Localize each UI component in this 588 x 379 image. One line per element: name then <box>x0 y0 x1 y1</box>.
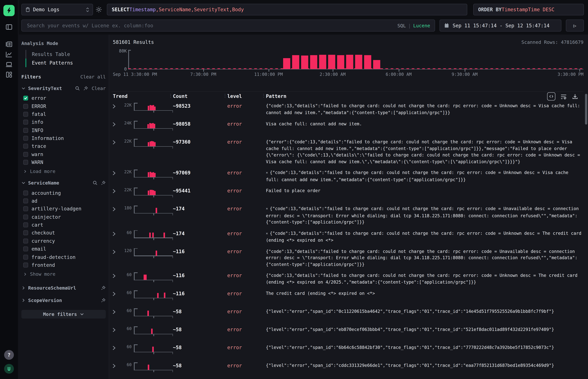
wrap-text-icon[interactable] <box>560 93 567 100</box>
search-icon[interactable] <box>75 86 80 91</box>
filter-option-email[interactable]: email <box>21 245 106 253</box>
row-expander-icon[interactable] <box>111 139 121 165</box>
filter-option-error[interactable]: error <box>21 94 106 102</box>
row-expander-icon[interactable] <box>111 170 121 183</box>
load-more-link[interactable]: Load more <box>21 167 106 174</box>
checkbox[interactable] <box>23 238 28 243</box>
pattern-row[interactable]: 120~116error{"code":13,"details":"failed… <box>111 246 584 270</box>
checkbox[interactable] <box>23 247 28 251</box>
checkbox[interactable] <box>23 160 28 165</box>
filter-option-information[interactable]: Information <box>21 134 106 142</box>
row-expander-icon[interactable] <box>111 103 121 116</box>
results-histogram[interactable]: 80K 0 <box>113 50 584 69</box>
search-input[interactable] <box>26 22 394 29</box>
checkbox[interactable] <box>23 215 28 219</box>
row-expander-icon[interactable] <box>111 362 121 376</box>
filter-option-fraud-detection[interactable]: fraud-detection <box>21 253 106 261</box>
search-logs-icon[interactable] <box>5 40 13 48</box>
resource-schema-group-header[interactable]: ResourceSchemaUrl <box>21 285 106 291</box>
filter-option-checkout[interactable]: checkout <box>21 229 106 237</box>
filter-option-cainjector[interactable]: cainjector <box>21 213 106 221</box>
pattern-row[interactable]: 22K~98523error{"code":13,"details":"fail… <box>111 100 584 118</box>
row-expander-icon[interactable] <box>111 272 121 286</box>
filter-option-info[interactable]: info <box>21 118 106 126</box>
pattern-row[interactable]: 60~174error✕{"code":13,"details":"failed… <box>111 228 584 246</box>
filter-option-warn[interactable]: WARN <box>21 158 106 166</box>
pattern-row[interactable]: 180~174error✕{"code":13,"details":"faile… <box>111 203 584 228</box>
pin-icon[interactable] <box>83 86 88 91</box>
scope-version-group-header[interactable]: ScopeVersion <box>21 298 106 303</box>
row-expander-icon[interactable] <box>111 290 121 304</box>
sidebar-toggle-icon[interactable] <box>5 23 13 31</box>
checkbox[interactable] <box>23 222 28 227</box>
pattern-row[interactable]: 60~116error{"code":13,"details":"failed … <box>111 270 584 288</box>
checkbox[interactable] <box>23 152 28 157</box>
pattern-row[interactable]: 60~58error{"level":"error","span_id":"6b… <box>111 342 584 360</box>
code-icon[interactable] <box>547 92 555 100</box>
severity-group-header[interactable]: SeverityText Clear <box>21 85 106 91</box>
clear-all-link[interactable]: Clear all <box>80 74 106 80</box>
col-level[interactable]: ⋮level <box>227 93 266 99</box>
row-expander-icon[interactable] <box>111 205 121 226</box>
filter-option-warn[interactable]: warn <box>21 150 106 158</box>
checkbox[interactable] <box>23 144 28 149</box>
sessions-icon[interactable] <box>5 61 13 68</box>
filter-option-trace[interactable]: trace <box>21 142 106 150</box>
chart-icon[interactable] <box>5 51 13 58</box>
show-more-link[interactable]: Show more <box>21 270 106 277</box>
row-expander-icon[interactable] <box>111 230 121 244</box>
more-filters-button[interactable]: More filters <box>21 310 106 318</box>
pattern-row[interactable]: 24K~98058errorVisa cache full: cannot ad… <box>111 118 584 136</box>
checkbox[interactable] <box>23 206 28 211</box>
row-expander-icon[interactable] <box>111 248 121 268</box>
severity-clear-link[interactable]: Clear <box>92 85 106 91</box>
pattern-row[interactable]: 22K~97360error{"error":{"code":13,"detai… <box>111 137 584 167</box>
search-icon[interactable] <box>93 181 97 185</box>
orderby-query-input[interactable]: ORDER BY TimestampTime DESC <box>473 4 584 16</box>
col-pattern[interactable]: ⋮Pattern <box>266 93 584 99</box>
filter-option-fatal[interactable]: fatal <box>21 110 106 118</box>
row-expander-icon[interactable] <box>111 344 121 358</box>
filter-option-currency[interactable]: currency <box>21 237 106 245</box>
pattern-row[interactable]: 22K~95441errorFailed to place order <box>111 185 584 203</box>
service-group-header[interactable]: ServiceName <box>21 180 106 186</box>
pattern-row[interactable]: 60~58error{"level":"error","span_id":"cd… <box>111 360 584 378</box>
checkbox[interactable] <box>23 136 28 141</box>
lucene-toggle[interactable]: Lucene <box>413 23 430 28</box>
checkbox[interactable] <box>23 198 28 203</box>
checkbox[interactable] <box>23 231 28 235</box>
pattern-row[interactable]: 60~58error{"level":"error","span_id":"eb… <box>111 324 584 342</box>
pattern-row[interactable]: 22K~97069error✕{"code":13,"details":"fai… <box>111 167 584 185</box>
filter-option-info[interactable]: INFO <box>21 126 106 134</box>
checkbox-checked[interactable] <box>23 96 28 100</box>
checkbox[interactable] <box>23 128 28 133</box>
checkbox[interactable] <box>23 112 28 117</box>
checkbox[interactable] <box>23 263 28 267</box>
user-avatar[interactable]: U <box>4 364 14 374</box>
mode-event-patterns[interactable]: Event Patterns <box>26 59 106 67</box>
pattern-row[interactable]: 60~58error{"level":"error","span_id":"0c… <box>111 306 584 324</box>
filter-option-artillery-loadgen[interactable]: artillery-loadgen <box>21 205 106 213</box>
pattern-row[interactable]: 60~58error{"level":"error","span_id":"33… <box>111 378 584 379</box>
date-range-picker[interactable]: Sep 11 15:47:14 - Sep 12 15:47:14 <box>439 20 561 32</box>
pin-icon[interactable] <box>101 298 106 303</box>
filter-option-ad[interactable]: ad <box>21 197 106 205</box>
filter-option-error[interactable]: ERROR <box>21 102 106 110</box>
filter-option-accounting[interactable]: accounting <box>21 189 106 197</box>
filter-option-frontend[interactable]: frontend <box>21 261 106 269</box>
pattern-row[interactable]: 60~116errorThe credit card (ending <*> e… <box>111 288 584 306</box>
vertical-scrollbar[interactable] <box>585 94 587 125</box>
dashboards-icon[interactable] <box>5 71 13 78</box>
checkbox[interactable] <box>23 190 28 195</box>
source-select[interactable]: Demo Logs <box>21 4 93 16</box>
select-query-input[interactable]: SELECT Timestamp, ServiceName, SeverityT… <box>107 4 467 16</box>
run-query-button[interactable]: ▷ <box>566 20 584 32</box>
download-icon[interactable] <box>572 93 578 100</box>
mode-results-table[interactable]: Results Table <box>26 50 106 58</box>
row-expander-icon[interactable] <box>111 188 121 201</box>
pin-icon[interactable] <box>101 181 106 185</box>
gear-icon[interactable] <box>95 6 102 13</box>
row-expander-icon[interactable] <box>111 326 121 340</box>
row-expander-icon[interactable] <box>111 121 121 134</box>
checkbox[interactable] <box>23 120 28 125</box>
